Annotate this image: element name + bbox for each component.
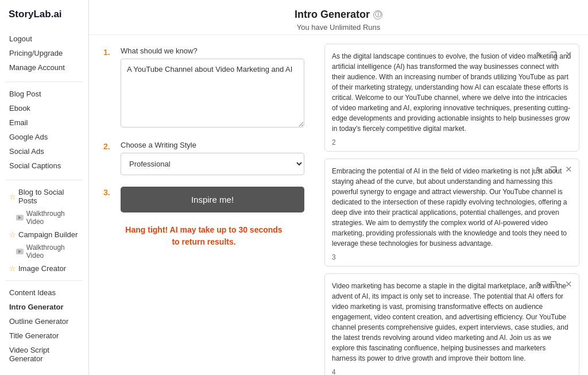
close-button-3[interactable]: ✕ xyxy=(563,279,574,290)
sidebar-item-blog-to-social-posts[interactable]: ☆ Blog to Social Posts xyxy=(6,185,83,208)
sidebar-sub-walkthrough-campaign[interactable]: Walkthrough Video xyxy=(6,242,83,261)
close-button-2[interactable]: ✕ xyxy=(563,164,574,175)
edit-button-2[interactable]: ✎ xyxy=(533,164,544,175)
sidebar: StoryLab.ai Logout Pricing/Upgrade Manag… xyxy=(0,0,89,375)
sidebar-item-pricing[interactable]: Pricing/Upgrade xyxy=(6,46,83,60)
copy-button-3[interactable]: ❐ xyxy=(548,279,559,290)
video-icon-campaign xyxy=(16,249,24,254)
result-card-1: ✎ ❐ ✕ As the digital landscape continues… xyxy=(324,44,579,152)
result-footer-3: 4 xyxy=(332,368,572,375)
results-panel: ✎ ❐ ✕ As the digital landscape continues… xyxy=(319,35,588,375)
step1-label: What should we know? xyxy=(121,47,304,55)
form-group-3: Inspire me! xyxy=(121,187,304,212)
step2-label: Choose a Writing Style xyxy=(121,141,304,149)
copy-button-2[interactable]: ❐ xyxy=(548,164,559,175)
result-number-3: 4 xyxy=(332,368,336,375)
copy-button-1[interactable]: ❐ xyxy=(548,49,559,60)
close-button-1[interactable]: ✕ xyxy=(563,49,574,60)
inspire-button[interactable]: Inspire me! xyxy=(121,187,304,212)
star-icon-campaign: ☆ xyxy=(9,230,16,239)
form-panel: 1. What should we know? 2. Choose a Writ… xyxy=(89,35,319,375)
edit-button-1[interactable]: ✎ xyxy=(533,49,544,60)
form-step-3: 3. Inspire me! xyxy=(103,187,304,212)
nav-items: Blog Post Ebook Email Google Ads Social … xyxy=(6,87,83,173)
result-footer-1: 2 xyxy=(332,138,572,146)
main-area: Intro Generator ⓘ You have Unlimited Run… xyxy=(89,0,588,375)
sidebar-item-ebook[interactable]: Ebook xyxy=(6,101,83,115)
result-actions-2: ✎ ❐ ✕ xyxy=(533,164,574,175)
unlimited-runs-text: You have Unlimited Runs xyxy=(100,23,577,32)
video-icon-blog xyxy=(16,215,24,221)
result-card-2: ✎ ❐ ✕ Embracing the potential of AI in t… xyxy=(324,158,579,266)
info-icon[interactable]: ⓘ xyxy=(373,10,382,20)
sidebar-item-logout[interactable]: Logout xyxy=(6,32,83,46)
sidebar-sub-walkthrough-blog[interactable]: Walkthrough Video xyxy=(6,208,83,227)
result-card-3: ✎ ❐ ✕ Video marketing has become a stapl… xyxy=(324,273,579,375)
result-text-2: Embracing the potential of AI in the fie… xyxy=(332,166,572,249)
result-actions-3: ✎ ❐ ✕ xyxy=(533,279,574,290)
loading-text: Hang tight! AI may take up to 30 seconds… xyxy=(103,224,304,248)
what-should-we-know-input[interactable] xyxy=(121,59,304,127)
sidebar-item-campaign-builder[interactable]: ☆ Campaign Builder xyxy=(6,227,83,242)
sidebar-item-social-captions[interactable]: Social Captions xyxy=(6,158,83,173)
content-area: 1. What should we know? 2. Choose a Writ… xyxy=(89,35,588,375)
star-icon-blog: ☆ xyxy=(9,192,16,201)
sidebar-item-google-ads[interactable]: Google Ads xyxy=(6,130,83,144)
form-group-1: What should we know? xyxy=(121,47,304,129)
result-actions-1: ✎ ❐ ✕ xyxy=(533,49,574,60)
result-text-3: Video marketing has become a staple in t… xyxy=(332,281,572,364)
form-step-1: 1. What should we know? xyxy=(103,47,304,129)
logo: StoryLab.ai xyxy=(6,9,83,20)
sidebar-item-social-ads[interactable]: Social Ads xyxy=(6,144,83,158)
step-number-3: 3. xyxy=(103,187,114,197)
sidebar-item-outline-generator[interactable]: Outline Generator xyxy=(6,314,83,328)
sidebar-item-intro-generator[interactable]: Intro Generator xyxy=(6,300,83,314)
sidebar-item-title-generator[interactable]: Title Generator xyxy=(6,328,83,343)
form-group-2: Choose a Writing Style Professional Casu… xyxy=(121,141,304,175)
writing-style-select[interactable]: Professional Casual Formal Creative Pers… xyxy=(121,153,304,175)
step-number-1: 1. xyxy=(103,47,114,57)
star-icon-image: ☆ xyxy=(9,264,16,273)
form-step-2: 2. Choose a Writing Style Professional C… xyxy=(103,141,304,175)
edit-button-3[interactable]: ✎ xyxy=(533,279,544,290)
page-header: Intro Generator ⓘ You have Unlimited Run… xyxy=(89,0,588,35)
sidebar-item-content-ideas[interactable]: Content Ideas xyxy=(6,285,83,300)
step-number-2: 2. xyxy=(103,141,114,151)
result-number-2: 3 xyxy=(332,253,336,261)
sidebar-item-image-creator[interactable]: ☆ Image Creator xyxy=(6,261,83,276)
result-number-1: 2 xyxy=(332,138,336,146)
result-text-1: As the digital landscape continues to ev… xyxy=(332,51,572,134)
sidebar-item-blog-post[interactable]: Blog Post xyxy=(6,87,83,101)
sidebar-item-video-script-generator[interactable]: Video Script Generator xyxy=(6,343,83,366)
top-links: Logout Pricing/Upgrade Manage Account xyxy=(6,32,83,75)
result-footer-2: 3 xyxy=(332,253,572,261)
page-title: Intro Generator ⓘ xyxy=(100,9,577,21)
sidebar-item-email[interactable]: Email xyxy=(6,115,83,130)
sidebar-item-manage-account[interactable]: Manage Account xyxy=(6,60,83,75)
